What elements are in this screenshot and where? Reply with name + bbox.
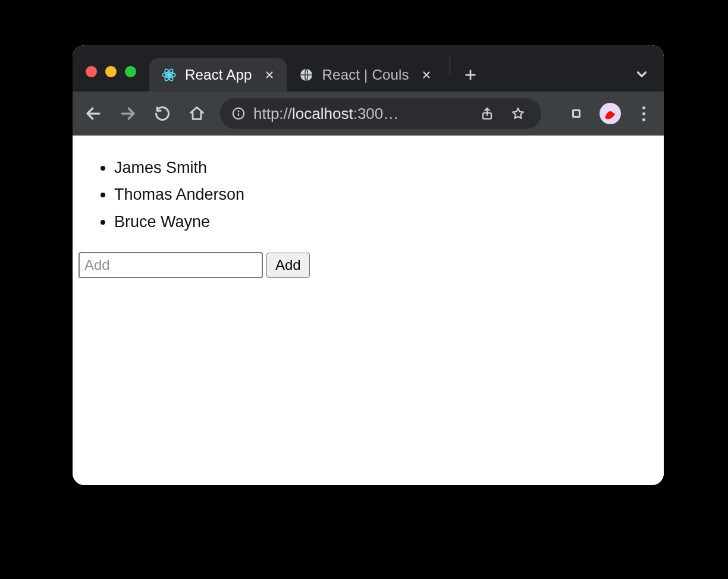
url-text: http://localhost:300… <box>253 105 398 123</box>
url-scheme: http:// <box>253 105 292 122</box>
tab-react-app[interactable]: React App <box>149 58 287 92</box>
minimize-window-button[interactable] <box>105 66 117 77</box>
add-button[interactable]: Add <box>266 253 310 278</box>
profile-avatar[interactable] <box>600 103 621 124</box>
add-input[interactable] <box>79 252 263 278</box>
back-button[interactable] <box>82 102 105 125</box>
svg-point-7 <box>238 111 240 112</box>
tab-title: React | Couls <box>322 67 409 83</box>
svg-point-0 <box>168 74 171 77</box>
browser-window: React App React | Couls <box>73 45 664 485</box>
fullscreen-window-button[interactable] <box>125 66 136 77</box>
tabs-container: React App React | Couls <box>149 45 488 92</box>
share-icon[interactable] <box>476 102 498 125</box>
url-rest: :300… <box>353 105 399 122</box>
tab-strip: React App React | Couls <box>73 45 664 92</box>
kebab-menu-icon[interactable] <box>633 103 654 124</box>
add-form: Add <box>73 252 664 278</box>
tab-title: React App <box>185 67 252 83</box>
tab-overflow-button[interactable] <box>634 67 649 82</box>
address-bar[interactable]: http://localhost:300… <box>220 98 541 129</box>
names-list: James Smith Thomas Anderson Bruce Wayne <box>73 155 664 235</box>
react-icon <box>161 67 177 83</box>
list-item: Thomas Anderson <box>114 181 664 208</box>
reload-button[interactable] <box>151 102 174 125</box>
close-tab-icon[interactable] <box>264 70 275 80</box>
bookmark-star-icon[interactable] <box>507 102 529 125</box>
page-content: James Smith Thomas Anderson Bruce Wayne … <box>73 155 664 485</box>
extensions-icon[interactable] <box>565 102 588 125</box>
forward-button[interactable] <box>117 102 139 125</box>
svg-rect-6 <box>238 113 239 117</box>
tab-react-coulson[interactable]: React | Couls <box>287 58 444 92</box>
url-host: localhost <box>292 105 353 122</box>
list-item: Bruce Wayne <box>114 209 664 235</box>
stage: React App React | Couls <box>0 0 728 579</box>
site-info-icon[interactable] <box>232 107 245 120</box>
window-traffic-lights <box>73 66 149 92</box>
home-button[interactable] <box>186 102 208 125</box>
globe-icon <box>299 67 314 83</box>
tab-separator <box>450 55 450 75</box>
list-item: James Smith <box>114 155 664 181</box>
toolbar: http://localhost:300… <box>73 92 664 136</box>
close-window-button[interactable] <box>86 66 97 77</box>
close-tab-icon[interactable] <box>421 70 432 80</box>
svg-rect-10 <box>574 111 579 116</box>
new-tab-button[interactable] <box>460 64 481 86</box>
